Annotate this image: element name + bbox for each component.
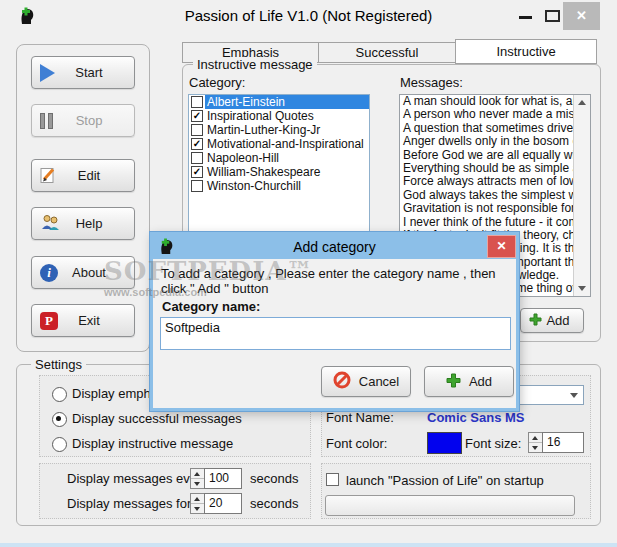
display-for-spinner[interactable] [190,493,205,514]
startup-checkbox[interactable] [326,473,339,486]
tab-instructive[interactable]: Instructive [455,39,597,64]
display-every-unit: seconds [250,471,298,486]
message-item[interactable]: Anger dwells only in the bosom of f [400,135,574,148]
category-item[interactable]: Napoleon-Hill [189,151,369,165]
category-name-label: Category name: [162,299,260,314]
timing-panel: Display messages every 100 seconds Displ… [39,463,311,519]
start-button-label: Start [32,57,134,88]
category-item[interactable]: Winston-Churchill [189,179,369,193]
stop-button-label: Stop [32,105,134,136]
category-item-label: Napoleon-Hill [205,151,369,165]
category-item[interactable]: William-Shakespeare [189,165,369,179]
category-checkbox[interactable] [191,124,203,136]
category-checkbox[interactable] [191,110,203,122]
about-button[interactable]: About [31,256,135,289]
app-window: Passion of Life V1.0 (Not Registered) ✕ … [0,0,617,547]
help-button[interactable]: Help [31,207,135,240]
dialog-cancel-button[interactable]: Cancel [321,366,411,397]
settings-group-title: Settings [31,357,86,372]
category-name-input[interactable]: Softpedia [160,317,511,350]
scroll-down-icon[interactable] [574,281,590,296]
category-item[interactable]: Albert-Einstein [189,95,369,109]
radio-display-successful[interactable] [52,412,67,427]
cancel-icon [333,371,351,392]
minimize-button[interactable] [519,16,532,19]
radio-display-instructive[interactable] [52,437,67,452]
startup-panel: launch "Passion of Life" on startup [321,463,591,519]
add-category-main-button[interactable]: Add [520,308,584,333]
message-item[interactable]: A man should look for what is, and [400,95,574,108]
dialog-cancel-label: Cancel [359,374,399,389]
startup-checkbox-label: launch "Passion of Life" on startup [346,473,544,488]
category-item-label: William-Shakespeare [205,165,369,179]
exit-button-label: Exit [32,305,134,336]
stop-button[interactable]: Stop [31,104,135,137]
about-button-label: About [32,257,134,288]
sidebar-panel: Start Stop Edit Help [16,44,150,352]
radio-display-emphasis[interactable] [52,387,67,402]
category-item[interactable]: Motivational-and-Inspirational [189,137,369,151]
category-item-label: Inspirational Quotes [205,109,369,123]
message-item[interactable]: Force always attracts men of low m [400,175,574,188]
radio-display-instructive-label: Display instructive message [72,436,233,451]
category-checkbox[interactable] [191,138,203,150]
plus-icon [446,373,461,391]
display-for-value[interactable]: 20 [204,493,242,514]
category-item[interactable]: Inspirational Quotes [189,109,369,123]
category-checkbox[interactable] [191,166,203,178]
font-color-label: Font color: [326,436,387,451]
instructive-group-title: Instructive message [193,57,317,72]
message-item[interactable]: Gravitation is not responsible for pe [400,202,574,215]
category-item[interactable]: Martin-Luther-King-Jr [189,123,369,137]
tab-instructive-label: Instructive [496,44,555,59]
category-checkbox[interactable] [191,180,203,192]
font-name-value: Comic Sans MS [427,410,525,425]
category-item-label: Martin-Luther-King-Jr [205,123,369,137]
display-for-label: Display messages for [67,496,191,511]
font-color-swatch[interactable] [427,432,462,454]
category-item-label: Motivational-and-Inspirational [205,137,369,151]
edit-button[interactable]: Edit [31,159,135,192]
dialog-message: To add a category , Please enter the cat… [161,266,510,296]
font-size-label: Font size: [465,436,521,451]
message-item[interactable]: A person who never made a mistak [400,108,574,121]
font-size-spinner[interactable] [528,432,543,453]
messages-scrollbar[interactable] [573,95,590,296]
font-size-value[interactable]: 16 [542,432,584,453]
tab-successful-label: Successful [356,45,419,60]
message-item[interactable]: A question that sometimes drives m [400,122,574,135]
dialog-title-bar: Add category ✕ [153,235,516,259]
scroll-up-icon[interactable] [574,95,590,110]
add-category-main-label: Add [521,309,583,332]
dialog-add-button[interactable]: Add [424,366,514,397]
message-item[interactable]: God always takes the simplest way [400,189,574,202]
window-bottom-border [0,543,617,547]
add-category-dialog: Add category ✕ To add a category , Pleas… [150,232,519,411]
radio-display-successful-label: Display successful messages [72,411,242,426]
display-for-unit: seconds [250,496,298,511]
dialog-close-button[interactable]: ✕ [487,235,516,258]
maximize-button[interactable] [545,10,560,22]
dialog-add-label: Add [469,374,492,389]
tab-successful[interactable]: Successful [318,42,456,63]
message-item[interactable]: Before God we are all equally wise [400,149,574,162]
category-checkbox[interactable] [191,96,203,108]
font-name-label: Font Name: [326,410,394,425]
dialog-title: Add category [153,235,516,259]
message-item[interactable]: Everything should be as simple as [400,162,574,175]
category-item-label: Winston-Churchill [205,179,369,193]
message-item[interactable]: I never think of the future - it come [400,216,574,229]
messages-label: Messages: [400,75,463,90]
close-button[interactable]: ✕ [563,2,600,30]
category-item-label: Albert-Einstein [205,95,369,109]
category-label: Category: [189,75,245,90]
display-every-spinner[interactable] [190,468,205,489]
exit-button[interactable]: Exit [31,304,135,337]
display-every-label: Display messages every [67,471,208,486]
start-button[interactable]: Start [31,56,135,89]
startup-progress-bar [325,495,575,516]
display-every-value[interactable]: 100 [204,468,242,489]
category-checkbox[interactable] [191,152,203,164]
title-bar: Passion of Life V1.0 (Not Registered) ✕ [0,0,617,32]
help-button-label: Help [32,208,134,239]
